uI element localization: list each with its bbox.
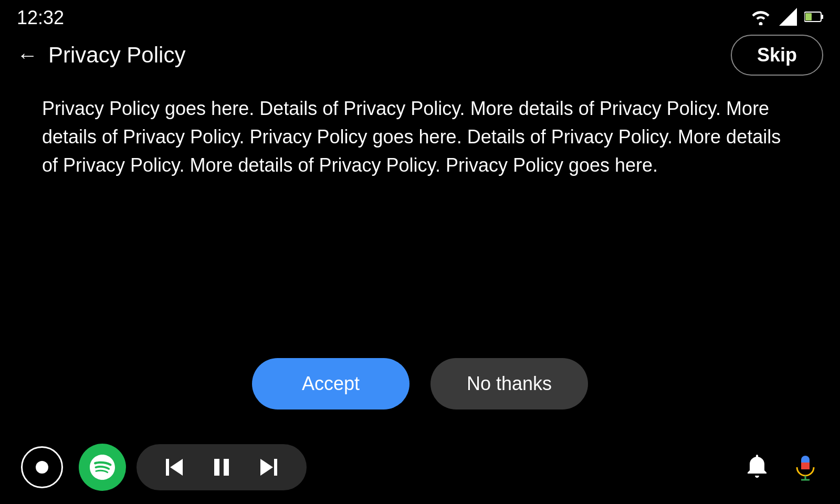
no-thanks-button[interactable]: No thanks (430, 358, 588, 410)
pause-button[interactable] (209, 455, 234, 480)
page-title: Privacy Policy (48, 43, 185, 68)
battery-icon (804, 11, 823, 25)
back-button[interactable]: ← Privacy Policy (17, 43, 185, 68)
svg-rect-3 (805, 13, 812, 20)
svg-rect-8 (801, 466, 810, 469)
microphone-icon[interactable] (792, 454, 819, 481)
svg-rect-2 (821, 15, 823, 19)
back-arrow-icon: ← (17, 44, 38, 67)
notification-icon[interactable] (743, 453, 771, 482)
nav-bar: ← Privacy Policy Skip (0, 32, 840, 79)
content-area: Privacy Policy goes here. Details of Pri… (0, 79, 840, 332)
svg-rect-4 (214, 459, 219, 476)
status-time: 12:32 (17, 7, 64, 29)
previous-button[interactable] (163, 455, 188, 480)
wifi-icon (750, 8, 772, 27)
status-bar: 12:32 (0, 0, 840, 32)
record-icon[interactable] (21, 446, 63, 488)
bottom-bar (0, 430, 840, 504)
signal-icon (779, 8, 797, 28)
record-icon-inner (36, 461, 48, 474)
player-controls (136, 444, 307, 490)
main-content: Privacy Policy goes here. Details of Pri… (0, 79, 840, 430)
accept-button[interactable]: Accept (252, 358, 410, 410)
skip-button[interactable]: Skip (731, 35, 823, 76)
button-row: Accept No thanks (0, 332, 840, 430)
bottom-right-icons (743, 453, 819, 482)
svg-rect-5 (224, 459, 229, 476)
spotify-icon[interactable] (79, 444, 126, 491)
next-button[interactable] (255, 455, 280, 480)
spotify-logo (88, 453, 117, 481)
status-icons (750, 8, 823, 28)
privacy-policy-text: Privacy Policy goes here. Details of Pri… (42, 94, 798, 180)
svg-marker-0 (779, 8, 797, 26)
